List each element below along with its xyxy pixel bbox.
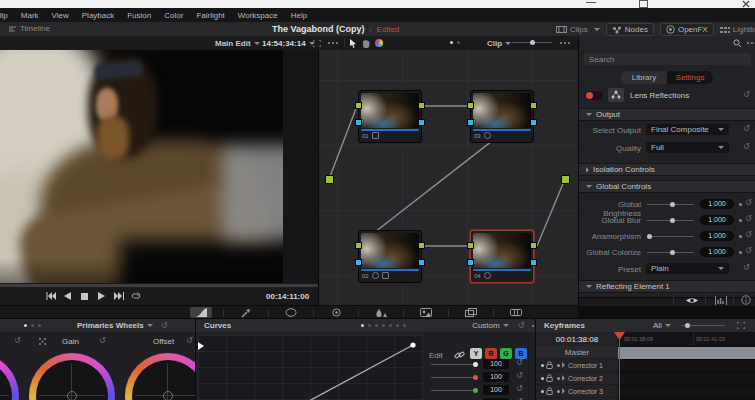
slider-value[interactable]: 1.000 [700,215,734,225]
link-channels-icon[interactable] [454,350,465,360]
global-blur-slider[interactable] [647,220,694,221]
skip-end-button[interactable] [112,290,125,302]
node-view-dropdown[interactable]: Clip [487,39,511,48]
slider-value[interactable]: 1.000 [700,231,734,241]
row-corrector-2-track[interactable] [618,372,755,385]
stop-button[interactable] [78,290,91,302]
info-icon[interactable] [741,295,751,305]
curve-editor[interactable] [198,335,423,400]
row-master-track[interactable] [618,346,755,359]
g-value[interactable]: 100 [483,385,509,395]
blur-palette-icon[interactable] [370,307,392,318]
scopes-icon[interactable] [715,296,727,305]
menu-mark[interactable]: Mark [21,11,39,20]
timeline-button[interactable]: Timeline [8,24,50,33]
rgb-output[interactable] [530,102,537,109]
hand-icon[interactable] [362,39,370,48]
rgb-input[interactable] [467,102,474,109]
rgb-output[interactable] [418,102,425,109]
keyframes-zoom-slider[interactable] [681,325,725,326]
row-master[interactable]: Master [536,346,618,358]
lightbox-button[interactable]: Lightbox [720,25,755,34]
search-input[interactable]: Search [584,53,751,65]
expand-row-icon[interactable] [562,388,565,394]
key-palette-icon[interactable] [415,307,437,318]
section-reflecting-element[interactable]: Reflecting Element 1 [579,280,755,293]
curves-preset-dropdown[interactable]: Custom [472,321,500,330]
primaries-reset-icon[interactable]: ↺ [161,322,168,330]
channel-g-button[interactable]: G [500,348,512,359]
clips-button[interactable]: Clips [556,25,600,34]
search-icon[interactable] [733,39,742,48]
slider-reset-icon[interactable]: ↺ [745,247,752,255]
playhead-line[interactable] [619,333,620,400]
section-global[interactable]: Global Controls [579,180,755,193]
row-corrector-3-track[interactable] [618,385,755,398]
keyframe-dot-icon[interactable] [557,364,560,367]
key-input[interactable] [355,259,362,266]
maximize-icon[interactable] [639,0,648,8]
menu-color[interactable]: Color [164,11,183,20]
menu-workspace[interactable]: Workspace [238,11,278,20]
g-gain-slider[interactable] [431,390,475,391]
node-01[interactable]: 01 [358,90,422,143]
bypass-eye-icon[interactable] [685,296,699,305]
wheel-reset-icon[interactable]: ↺ [14,337,21,345]
row-corrector-1[interactable]: Corrector 1 [536,359,618,371]
section-isolation[interactable]: Isolation Controls [579,163,755,176]
node-output-dot[interactable] [561,175,570,184]
expand-icon[interactable] [313,40,321,47]
row-corrector-1-track[interactable] [618,359,755,372]
slider-value[interactable]: 1.000 [700,247,734,257]
color-wheel-icon[interactable] [375,39,383,47]
slider-reset-icon[interactable]: ↺ [745,215,752,223]
power-window-icon[interactable] [280,307,302,318]
plugin-reset-icon[interactable]: ↺ [743,91,750,99]
node-03[interactable]: 03 [470,90,534,143]
channel-y-button[interactable]: Y [470,348,482,359]
lock-icon[interactable] [546,374,553,382]
qualifier-icon[interactable] [235,307,257,318]
section-output[interactable]: Output [579,108,755,121]
loop-button[interactable] [129,290,142,302]
gain-reset-icon[interactable]: ↺ [99,337,106,345]
primaries-page-dots[interactable] [24,324,41,327]
viewer-image[interactable] [0,50,283,283]
viewer-timecode[interactable]: 14:54:34:14 [262,39,315,48]
keyframe-dot-icon[interactable] [557,377,560,380]
rgb-input[interactable] [355,242,362,249]
quality-dropdown[interactable]: Full [646,142,729,153]
close-icon[interactable] [742,0,750,8]
viewer-mode-dropdown[interactable]: Main Edit [215,39,260,48]
primaries-title[interactable]: Primaries Wheels [77,321,144,330]
tab-settings[interactable]: Settings [667,71,713,84]
channel-r-button[interactable]: R [485,348,497,359]
slider-reset-icon[interactable]: ↺ [745,199,752,207]
source-input-dot[interactable] [325,175,334,184]
global-brightness-slider[interactable] [647,204,694,205]
slider-reset-icon[interactable]: ↺ [745,231,752,239]
rgb-output[interactable] [530,242,537,249]
menu-clip[interactable]: Clip [0,11,8,20]
tracker-icon[interactable] [325,307,347,318]
wheel-mode-icon[interactable] [38,337,47,346]
rgb-input[interactable] [355,102,362,109]
key-output[interactable] [418,259,425,266]
anamorphism-slider[interactable] [647,236,694,237]
offset-reset-icon[interactable]: ↺ [186,337,193,345]
cursor-icon[interactable] [350,39,357,48]
slider-value[interactable]: 1.000 [700,199,734,209]
g-reset-icon[interactable]: ↺ [516,385,523,393]
openfx-button[interactable]: OpenFX [660,23,714,36]
r-reset-icon[interactable]: ↺ [516,372,523,380]
keyframes-filter-dropdown[interactable]: All [653,321,662,330]
lock-icon[interactable] [546,387,553,395]
skip-start-button[interactable] [44,290,57,302]
keyframes-expand-icon[interactable] [737,322,745,329]
node-02[interactable]: 02 [358,230,422,283]
minimize-icon[interactable] [586,2,596,3]
menu-playback[interactable]: Playback [82,11,114,20]
y-reset-icon[interactable]: ↺ [516,359,523,367]
rgb-output[interactable] [418,242,425,249]
r-gain-slider[interactable] [431,377,475,378]
